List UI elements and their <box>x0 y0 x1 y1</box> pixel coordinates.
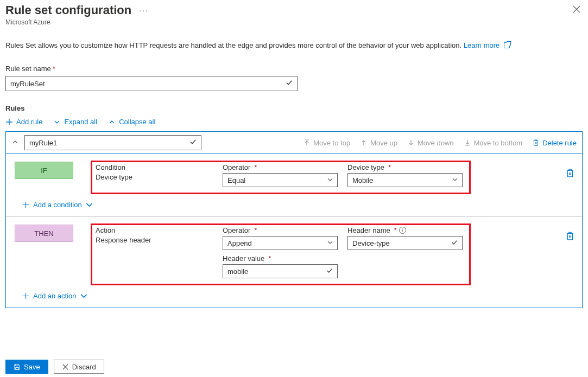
if-operator-label: Operator* <box>223 163 338 171</box>
header-value-label: Header value* <box>223 254 338 263</box>
if-badge: IF <box>15 162 73 179</box>
add-rule-button[interactable]: Add rule <box>5 118 42 126</box>
if-highlight: Condition Device type Operator* Equal De… <box>91 161 471 194</box>
add-condition-button[interactable]: Add a condition <box>22 201 577 209</box>
delete-action-button[interactable] <box>566 231 574 242</box>
header-value-input[interactable]: mobile <box>223 264 338 278</box>
external-link-icon <box>504 42 510 48</box>
move-down-button: Move down <box>407 139 453 147</box>
then-section: THEN Action Response header Operator* Ap… <box>6 217 582 308</box>
ruleset-name-label: Rule set name* <box>5 65 583 73</box>
valid-check-icon <box>189 138 197 147</box>
rule-card: myRule1 Move to top Move up Move down Mo… <box>5 131 583 308</box>
valid-check-icon <box>326 267 333 276</box>
action-label: Action <box>96 226 213 234</box>
then-operator-select[interactable]: Append <box>223 236 338 250</box>
header-name-label: Header name* i <box>347 226 463 234</box>
header-name-input[interactable]: Device-type <box>347 236 463 250</box>
chevron-down-icon <box>327 240 333 246</box>
page-subtitle: Microsoft Azure <box>5 18 149 26</box>
if-param-label: Device type* <box>347 163 463 171</box>
expand-all-button[interactable]: Expand all <box>53 118 97 126</box>
if-section: IF Condition Device type Operator* Equal <box>6 154 582 217</box>
if-operator-select[interactable]: Equal <box>223 173 338 187</box>
if-param-select[interactable]: Mobile <box>347 173 463 187</box>
ruleset-name-input[interactable]: myRuleSet <box>5 76 298 91</box>
collapse-all-button[interactable]: Collapse all <box>108 118 155 126</box>
then-badge: THEN <box>15 225 73 242</box>
collapse-rule-icon[interactable] <box>11 138 19 148</box>
page-title: Rule set configuration <box>5 3 131 17</box>
then-operator-label: Operator* <box>223 226 338 234</box>
close-button[interactable] <box>571 3 583 17</box>
rule-name-input[interactable]: myRule1 <box>24 135 201 150</box>
delete-rule-button[interactable]: Delete rule <box>532 139 577 147</box>
move-up-button: Move up <box>360 139 397 147</box>
action-value: Response header <box>96 236 213 244</box>
valid-check-icon <box>451 239 458 247</box>
chevron-down-icon <box>327 177 333 183</box>
add-action-button[interactable]: Add an action <box>22 292 577 300</box>
description-text: Rules Set allows you to customize how HT… <box>5 41 583 49</box>
move-to-top-button: Move to top <box>303 139 350 147</box>
condition-value: Device type <box>96 173 213 181</box>
info-icon[interactable]: i <box>399 227 406 234</box>
delete-condition-button[interactable] <box>566 168 574 180</box>
learn-more-link[interactable]: Learn more <box>464 41 500 49</box>
condition-label: Condition <box>96 163 213 171</box>
valid-check-icon <box>286 79 293 88</box>
move-to-bottom-button: Move to bottom <box>464 139 523 147</box>
save-button[interactable]: Save <box>5 360 48 374</box>
chevron-down-icon <box>452 177 458 183</box>
then-highlight: Action Response header Operator* Append … <box>91 223 471 285</box>
rules-heading: Rules <box>5 104 583 112</box>
more-menu[interactable]: ··· <box>139 6 149 15</box>
discard-button[interactable]: Discard <box>54 360 104 374</box>
